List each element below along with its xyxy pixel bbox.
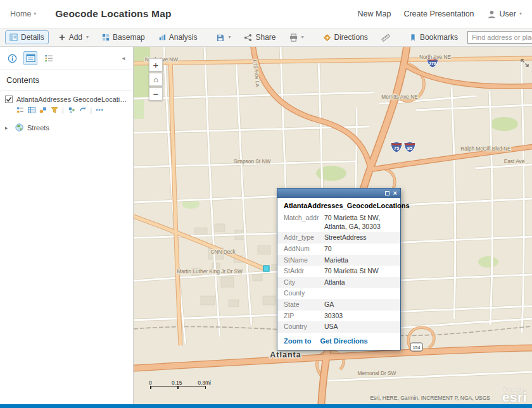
user-menu[interactable]: User ▾ [487,9,522,19]
collapse-panel-icon[interactable]: ◄ [119,54,128,63]
print-icon [289,34,298,42]
search-input[interactable] [467,31,532,44]
basemap-button[interactable]: Basemap [98,31,149,44]
table-row: Addr_typeStreetAddress [277,232,400,244]
contents-panel: ◄ Contents AtlantaAddresses GeocodeLocat… [0,47,134,404]
show-legend-icon[interactable] [16,106,24,114]
map-label: Memorial Dr SW [358,370,396,376]
basemap-label: Basemap [113,33,145,42]
get-directions-link[interactable]: Get Directions [320,337,367,345]
layer-name[interactable]: AtlantaAddresses GeocodeLocations [16,96,128,103]
analysis-button[interactable]: Analysis [155,31,201,44]
about-tab[interactable] [5,51,19,65]
create-presentation-link[interactable]: Create Presentation [403,9,474,18]
table-row: CityAtlanta [277,277,400,288]
panel-tabs: ◄ [0,47,133,70]
attribute-value: 70 Marietta St NW, Atlanta, GA, 30303 [324,214,394,231]
content-tab[interactable] [23,51,37,65]
more-options-icon[interactable]: ••• [96,107,103,113]
popup-header: × [277,189,400,198]
table-row: StNameMarietta [277,255,400,266]
content-pane-icon [26,54,35,63]
attribute-value: 70 Marietta St NW [324,267,394,276]
add-button[interactable]: Add ▾ [54,31,92,44]
close-icon[interactable]: × [393,190,397,197]
layer-name[interactable]: Streets [27,124,49,132]
zoom-controls: + ⌂ − [149,58,163,102]
layer-item-streets: ▸ Streets [0,118,133,133]
attribute-value: Atlanta [324,278,394,287]
basemap-globe-icon [15,123,23,132]
map-attribution: Esri, HERE, Garmin, INCREMENT P, NGA, US… [370,395,490,401]
attribute-value: GA [324,300,394,309]
attribute-value: Marietta [324,256,394,265]
directions-button[interactable]: Directions [319,31,372,44]
map-label: North Ave NE [419,54,452,60]
maximize-icon[interactable] [385,191,390,195]
add-label: Add [69,33,82,42]
map-label: CNN Deck [210,249,236,255]
cluster-icon[interactable] [68,106,75,114]
popup-title: AtlantaAddresses_GeocodeLocations [277,198,400,213]
esri-wordmark: esri [502,392,527,403]
scalebar: 0 0.15 0.3mi [150,380,206,389]
map-label: Merritts Ave NE [381,94,418,100]
popup-attribute-table: Match_addr70 Marietta St NW, Atlanta, GA… [277,213,400,333]
save-icon [216,34,224,42]
zoom-to-link[interactable]: Zoom to [284,337,311,345]
attribute-label: City [284,278,324,287]
change-style-icon[interactable] [39,106,47,114]
attribute-label: StAddr [284,267,324,276]
legend-tab[interactable] [42,51,56,65]
shield-number: 85 [407,145,412,151]
scalebar-zero: 0 [149,380,152,386]
home-menu[interactable]: Home ▾ [10,9,36,18]
divider: | [91,107,92,114]
directions-icon [323,34,331,42]
new-map-link[interactable]: New Map [358,9,391,18]
attribute-label: Country [284,323,324,331]
bottom-bar [0,404,532,408]
selected-point-marker[interactable] [263,266,269,271]
info-icon [8,54,17,63]
add-icon [58,34,66,41]
home-label: Home [10,9,31,18]
table-row: CountryUSA [277,321,400,333]
map-area: 278 75 85 154 North Ave NW North Av [134,47,532,404]
print-button[interactable]: ▾ [286,32,308,44]
filter-icon[interactable] [51,106,58,114]
chevron-down-icon: ▾ [228,35,231,40]
analysis-label: Analysis [169,33,198,42]
bookmarks-button[interactable]: Bookmarks [405,31,462,44]
expand-icon[interactable]: ▸ [5,125,11,131]
refresh-icon[interactable] [79,106,87,114]
chevron-down-icon: ▾ [34,11,36,16]
route-shield-154: 154 [410,343,422,351]
chevron-down-icon: ▾ [301,35,304,40]
layer-checkbox[interactable] [5,96,13,103]
bookmarks-label: Bookmarks [420,33,458,42]
fullscreen-button[interactable] [521,58,529,70]
details-button[interactable]: Details [5,30,49,44]
save-button[interactable]: ▾ [212,32,234,44]
map-label: Simpson St NW [234,158,271,164]
divider: | [62,107,64,114]
esri-logo: Powered by esri [502,387,527,403]
share-icon [244,34,252,42]
measure-icon [381,34,390,42]
measure-button[interactable] [377,32,394,44]
scalebar-line [150,386,206,389]
legend-icon [44,54,54,63]
default-extent-button[interactable]: ⌂ [149,73,163,86]
show-table-icon[interactable] [28,106,35,114]
layer-actions: | | ••• [0,104,133,118]
zoom-in-button[interactable]: + [149,58,163,71]
attribute-label: AddNum [284,245,324,254]
user-label: User [500,9,516,18]
table-row: County [277,288,400,299]
attribute-label: County [284,289,324,298]
share-button[interactable]: Share [240,31,279,44]
popup-footer: Zoom to Get Directions [277,333,400,350]
bookmark-icon [409,34,417,42]
zoom-out-button[interactable]: − [149,87,163,101]
